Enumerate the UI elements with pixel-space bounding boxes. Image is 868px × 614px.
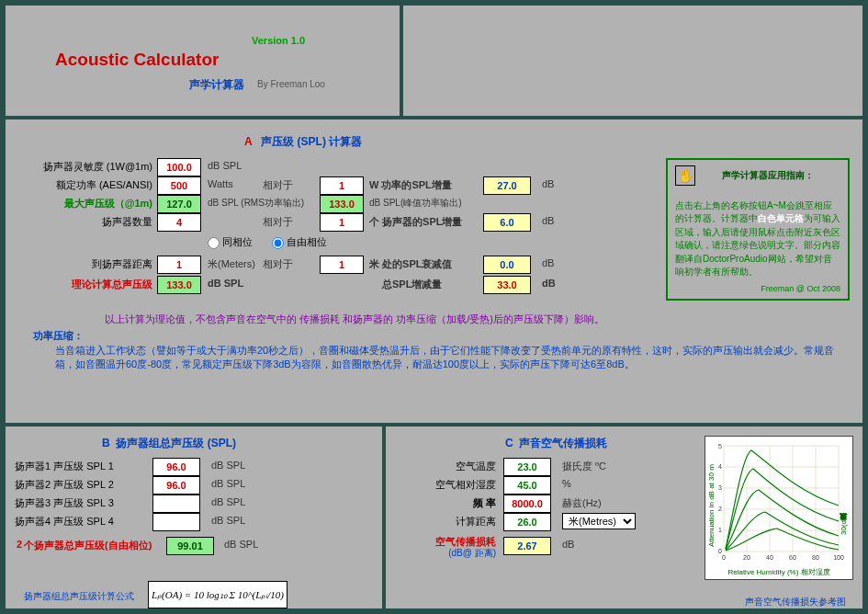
att-dist-unit: dB — [542, 257, 554, 268]
svg-text:60: 60 — [789, 554, 796, 561]
chart-y-axis-en: Attenuation in dB at 30 m — [707, 450, 716, 561]
note-magenta: 以上计算为理论值，不包含声音在空气中的 传播损耗 和扬声器的 功率压缩（加载/受… — [105, 313, 604, 326]
distance-label: 到扬声器距离 — [10, 257, 152, 271]
total-count: 2 — [11, 539, 22, 550]
humidity-label: 空气相对湿度 — [395, 478, 496, 492]
spl1-label: 扬声器1 声压级 SPL 1 — [15, 460, 143, 473]
temp-input[interactable]: 23.0 — [503, 458, 551, 476]
freq-input[interactable]: 8000.0 — [503, 495, 551, 513]
svg-text:2: 2 — [718, 506, 722, 512]
svg-text:1: 1 — [718, 527, 722, 533]
sensitivity-unit: dB SPL — [208, 160, 242, 171]
section-a-title: A 声压级 (SPL) 计算器 — [244, 134, 362, 150]
gain-watt-unit: dB — [542, 178, 554, 189]
svg-text:20: 20 — [743, 554, 750, 561]
max-spl-unit: dB SPL (RMS功率输出) — [208, 197, 304, 210]
gain-watt-output: 27.0 — [483, 176, 531, 195]
temp-label: 空气温度 — [395, 460, 496, 473]
chart-svg: 02040 6080100 012 345 — [705, 437, 852, 565]
phase-free-radio[interactable]: 自由相位 — [272, 235, 327, 249]
section-c-title: C 声音空气传播损耗 — [505, 436, 607, 451]
relative-to-2: 相对于 — [263, 215, 293, 229]
header: Version 1.0 Acoustic Calculator 声学计算器 By… — [6, 6, 862, 119]
spl1-unit: dB SPL — [211, 460, 245, 471]
power-compression-title: 功率压缩： — [33, 329, 84, 343]
spl4-label: 扬声器4 声压级 SPL 4 — [15, 515, 143, 529]
spl3-input[interactable] — [152, 495, 200, 513]
svg-text:0: 0 — [718, 548, 722, 554]
theoretical-label: 理论计算总声压级 — [10, 278, 152, 291]
author-label: By Freeman Loo — [257, 79, 325, 89]
air-loss-unit: dB — [562, 539, 574, 550]
relative-to-3: 相对于 — [263, 257, 293, 271]
svg-text:5: 5 — [718, 443, 722, 449]
total-gain-output: 33.0 — [483, 276, 531, 294]
max-spl-output: 127.0 — [157, 195, 201, 213]
spl2-label: 扬声器2 声压级 SPL 2 — [15, 478, 143, 492]
temp-unit: 摄氏度 ºC — [562, 460, 606, 473]
svg-text:0: 0 — [722, 554, 726, 561]
air-loss-sub: (dB@ 距离) — [395, 547, 496, 560]
qty-input[interactable]: 4 — [157, 213, 201, 232]
relative-to-1: 相对于 — [263, 178, 293, 192]
ref-qty-input[interactable]: 1 — [320, 213, 364, 232]
ref-qty-text: 个 扬声器的SPL增量 — [369, 215, 462, 229]
gain-qty-unit: dB — [542, 215, 554, 226]
guide-signature: Freeman @ Oct 2008 — [675, 283, 840, 295]
svg-text:3: 3 — [718, 484, 722, 491]
total-gain-label: 总SPL增减量 — [382, 278, 442, 291]
sensitivity-input[interactable]: 100.0 — [157, 158, 201, 176]
freq-label: 频 率 — [395, 496, 496, 510]
humidity-unit: % — [562, 478, 571, 489]
distance-input[interactable]: 1 — [157, 256, 201, 274]
ref-watt-input[interactable]: 1 — [320, 176, 364, 195]
power-compression-body: 当音箱进入工作状态（譬如等于或大于满功率20秒之后），音圈和磁体受热温升后，由于… — [55, 344, 840, 372]
hand-icon: ✋ — [675, 165, 695, 186]
humidity-input[interactable]: 45.0 — [503, 476, 551, 495]
spl4-input[interactable] — [152, 513, 200, 531]
spl2-input[interactable]: 96.0 — [152, 476, 200, 495]
qty-label: 扬声器数量 — [10, 215, 152, 229]
ref-dist-input[interactable]: 1 — [320, 256, 364, 274]
spl3-label: 扬声器3 声压级 SPL 3 — [15, 496, 143, 510]
svg-text:40: 40 — [766, 554, 773, 561]
section-c: C 声音空气传播损耗 空气温度 23.0 摄氏度 ºC 空气相对湿度 45.0 … — [386, 426, 862, 614]
phase-same-radio[interactable]: 同相位 — [208, 235, 253, 249]
ref-dist-text: 米 处的SPL衰减值 — [369, 257, 452, 271]
max-spl-label: 最大声压级（@1m) — [10, 197, 152, 210]
guide-title: 声学计算器应用指南： — [722, 169, 814, 183]
formula-label: 扬声器组总声压级计算公式 — [24, 590, 134, 603]
rated-power-input[interactable]: 500 — [157, 176, 201, 195]
chart-x-axis: Relative Humidity (%) 相对湿度 — [705, 567, 852, 577]
theoretical-output: 133.0 — [157, 276, 201, 294]
peak-spl-output: 133.0 — [320, 195, 364, 213]
chart-caption: 声音空气传播损失参考图 — [745, 596, 846, 608]
distance-unit-dropdown[interactable]: 米(Metres) — [562, 513, 636, 529]
svg-text:4: 4 — [718, 463, 722, 470]
guide-box: ✋ 声学计算器应用指南： 点击右上角的名称按钮A~M会跳至相应的计算器。计算器中… — [666, 158, 850, 301]
spl1-input[interactable]: 96.0 — [152, 458, 200, 476]
total-spl-output: 99.01 — [166, 537, 214, 555]
spl3-unit: dB SPL — [211, 496, 245, 507]
title-english: Acoustic Calculator — [55, 50, 219, 70]
sensitivity-label: 扬声器灵敏度 (1W@1m) — [10, 160, 152, 174]
title-chinese: 声学计算器 — [189, 77, 244, 93]
air-loss-output: 2.67 — [503, 537, 551, 555]
att-dist-output: 0.0 — [483, 256, 531, 274]
header-left: Version 1.0 Acoustic Calculator 声学计算器 By… — [6, 6, 403, 116]
formula-box: Lₚ(OA) = 10 log₁₀ Σ 10^(Lₚᵢ/10) — [148, 581, 287, 608]
total-gain-unit: dB — [542, 278, 556, 289]
lower-panels: B 扬声器组总声压级 (SPL) 扬声器1 声压级 SPL 1 96.0 dB … — [6, 423, 862, 614]
rated-power-unit: Watts — [208, 178, 233, 189]
section-b-title: B 扬声器组总声压级 (SPL) — [102, 436, 236, 451]
guide-white-cell: 白色单元格 — [758, 213, 804, 223]
spl2-unit: dB SPL — [211, 478, 245, 489]
theoretical-unit: dB SPL — [208, 278, 243, 289]
distance-unit: 米(Meters) — [208, 257, 255, 271]
calc-dist-input[interactable]: 26.0 — [503, 513, 551, 531]
svg-text:80: 80 — [812, 554, 819, 561]
calc-dist-label: 计算距离 — [395, 515, 496, 529]
peak-spl-unit: dB SPL(峰值功率输出) — [369, 197, 462, 210]
version-label: Version 1.0 — [252, 35, 305, 46]
spl4-unit: dB SPL — [211, 515, 245, 526]
